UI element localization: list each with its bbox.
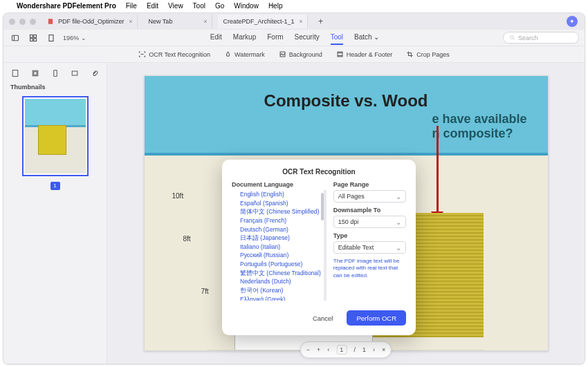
tab-label: CreatePDF_Architect-1_1: [223, 18, 295, 25]
attachments-panel-icon[interactable]: [90, 68, 100, 78]
zoom-out-button[interactable]: −: [306, 346, 310, 353]
lang-option[interactable]: Français (French): [232, 216, 321, 225]
crop-button[interactable]: Crop Pages: [406, 50, 450, 58]
close-nav-button[interactable]: ×: [382, 346, 385, 353]
mac-menubar: Wondershare PDFelement Pro File Edit Vie…: [0, 0, 588, 11]
user-avatar[interactable]: ✦: [567, 16, 578, 27]
menutab-form[interactable]: Form: [267, 30, 283, 45]
ocr-button[interactable]: OCR Text Recognition: [138, 50, 210, 58]
background-icon: [279, 50, 286, 58]
prev-page-button[interactable]: ‹: [327, 346, 329, 353]
lang-option[interactable]: Português (Portuguese): [232, 260, 321, 269]
menu-window[interactable]: Window: [234, 2, 259, 10]
tab-label: New Tab: [149, 18, 173, 25]
page-range-label: Page Range: [333, 181, 406, 188]
sidebar: Thumbnails 1: [3, 63, 107, 364]
ocr-icon: [138, 50, 146, 58]
language-list[interactable]: English (English) Español (Spanish) 简体中文…: [232, 190, 327, 301]
lang-option[interactable]: 繁體中文 (Chinese Traditional): [232, 269, 321, 278]
watermark-button[interactable]: Watermark: [224, 50, 265, 58]
svg-rect-6: [34, 38, 37, 41]
type-select[interactable]: Editable Text: [333, 241, 406, 254]
tab-new[interactable]: New Tab ×: [143, 15, 212, 28]
menu-help[interactable]: Help: [268, 2, 283, 10]
language-label: Document Language: [232, 181, 327, 188]
mobile-panel-icon[interactable]: [50, 68, 60, 78]
sidebar-toggle-icon[interactable]: [9, 32, 21, 44]
downsample-select[interactable]: 150 dpi: [333, 216, 406, 228]
page-navigator: − + ‹ 1 / 1 › ×: [300, 341, 392, 358]
cancel-button[interactable]: Cancel: [304, 310, 342, 326]
add-tab-button[interactable]: +: [313, 15, 329, 28]
svg-rect-16: [34, 72, 37, 75]
page-layout-icon[interactable]: [45, 32, 57, 44]
menutab-markup[interactable]: Markup: [233, 30, 256, 45]
ocr-dialog: OCR Text Recognition Document Language E…: [222, 160, 416, 335]
type-value: Editable Text: [338, 244, 374, 251]
background-button[interactable]: Background: [279, 50, 322, 58]
menu-file[interactable]: File: [126, 2, 137, 10]
bookmarks-panel-icon[interactable]: [30, 68, 40, 78]
lang-option[interactable]: Русский (Russian): [232, 251, 321, 260]
perform-ocr-button[interactable]: Perform OCR: [347, 310, 406, 326]
background-label: Background: [289, 51, 322, 58]
menutab-tool[interactable]: Tool: [331, 30, 343, 45]
svg-rect-1: [12, 35, 19, 41]
lang-option[interactable]: Nederlands (Dutch): [232, 277, 321, 286]
lang-option[interactable]: 简体中文 (Chinese Simplified): [232, 207, 321, 216]
lang-option[interactable]: Deutsch (German): [232, 225, 321, 234]
type-label: Type: [333, 232, 406, 239]
watermark-icon: [224, 50, 232, 58]
primary-toolbar: 196% ⌄ Edit Markup Form Security Tool Ba…: [3, 30, 585, 46]
downsample-label: Downsample To: [333, 207, 406, 214]
search-icon: [509, 35, 515, 41]
svg-rect-7: [49, 35, 53, 41]
page-range-select[interactable]: All Pages: [333, 190, 406, 203]
main-area: Thumbnails 1 Composite vs. Wood e have a…: [3, 63, 585, 364]
tab-document-2[interactable]: CreatePDF_Architect-1_1 ×: [218, 15, 308, 28]
sidebar-tool-icons: [10, 67, 100, 79]
current-page-input[interactable]: 1: [336, 345, 347, 355]
search-input[interactable]: Search: [503, 32, 579, 44]
page-subtitle: e have availablen composite?: [432, 112, 526, 141]
menu-go[interactable]: Go: [215, 2, 224, 10]
header-footer-button[interactable]: Header & Footer: [336, 50, 393, 58]
lang-option[interactable]: 한국어 (Korean): [232, 286, 321, 295]
menutab-batch-label: Batch: [354, 30, 372, 44]
menutab-edit[interactable]: Edit: [210, 30, 222, 45]
titlebar: PDF file-Odd_Optimizer × New Tab × Creat…: [3, 13, 585, 30]
downsample-value: 150 dpi: [338, 218, 359, 225]
menu-tool[interactable]: Tool: [193, 2, 205, 10]
zoom-level[interactable]: 196% ⌄: [63, 35, 86, 41]
svg-rect-5: [30, 38, 33, 41]
page-thumbnail[interactable]: [22, 96, 89, 176]
svg-rect-4: [34, 35, 37, 37]
lang-option[interactable]: Ελληνικά (Greek): [232, 295, 321, 301]
comments-panel-icon[interactable]: [70, 68, 80, 78]
lang-option[interactable]: Español (Spanish): [232, 199, 321, 208]
page-title: Composite vs. Wood: [145, 76, 548, 111]
crop-icon: [406, 50, 414, 58]
close-tab-icon[interactable]: ×: [299, 18, 302, 25]
menu-edit[interactable]: Edit: [147, 2, 158, 10]
thumbnails-panel-icon[interactable]: [10, 68, 20, 78]
dimension-10ft: 10ft: [172, 192, 184, 200]
zoom-in-button[interactable]: +: [317, 346, 320, 353]
tab-document-1[interactable]: PDF file-Odd_Optimizer ×: [42, 15, 138, 28]
menu-tabs: Edit Markup Form Security Tool Batch ⌄: [210, 30, 380, 45]
menutab-security[interactable]: Security: [295, 30, 320, 45]
sidebar-title: Thumbnails: [10, 84, 100, 91]
svg-line-9: [513, 39, 515, 40]
menutab-batch[interactable]: Batch ⌄: [354, 30, 379, 45]
menu-view[interactable]: View: [168, 2, 183, 10]
window-controls[interactable]: [9, 19, 36, 25]
lang-option[interactable]: English (English): [232, 190, 321, 199]
tab-label: PDF file-Odd_Optimizer: [58, 18, 125, 25]
header-footer-label: Header & Footer: [347, 51, 393, 58]
lang-option[interactable]: 日本語 (Japanese): [232, 234, 321, 243]
lang-option[interactable]: Italiano (Italian): [232, 243, 321, 252]
grid-view-icon[interactable]: [27, 32, 39, 44]
close-tab-icon[interactable]: ×: [203, 18, 207, 25]
close-tab-icon[interactable]: ×: [129, 18, 132, 25]
next-page-button[interactable]: ›: [373, 346, 375, 353]
